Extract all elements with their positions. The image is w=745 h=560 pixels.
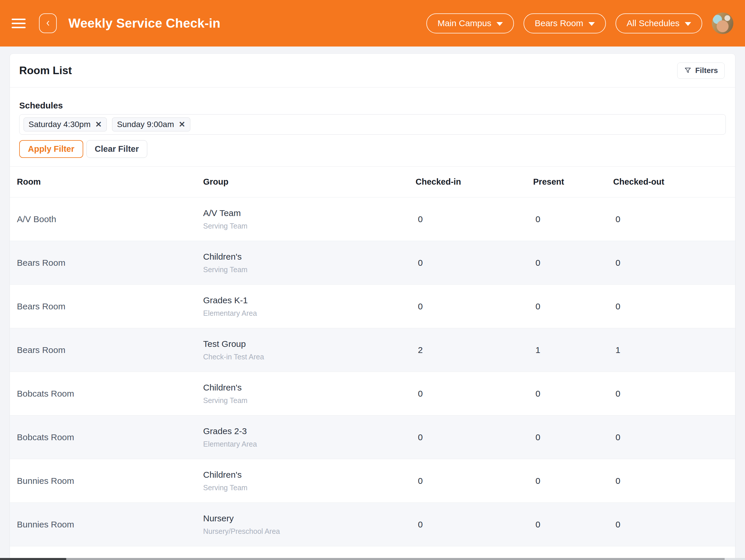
group-cell: Children's Serving Team	[203, 372, 416, 415]
group-name: Children's	[203, 470, 416, 480]
present-cell: 0	[533, 520, 613, 529]
header-actions: Main Campus Bears Room All Schedules	[426, 12, 733, 34]
table-row[interactable]: Bunnies Room Children's Serving Team 0 0…	[10, 459, 735, 503]
column-header-checked-out: Checked-out	[613, 177, 735, 187]
checked-in-cell: 0	[416, 302, 533, 311]
checked-out-cell: 0	[613, 476, 735, 486]
schedule-chip-label: Saturday 4:30pm	[29, 120, 91, 129]
checked-in-cell: 0	[416, 214, 533, 224]
scrollbar-thumb[interactable]	[0, 558, 66, 560]
horizontal-scrollbar[interactable]	[0, 558, 745, 560]
room-dropdown-label: Bears Room	[535, 18, 583, 28]
schedules-dropdown-label: All Schedules	[626, 18, 680, 28]
checked-out-cell: 0	[613, 214, 735, 224]
apply-filter-button[interactable]: Apply Filter	[19, 140, 83, 158]
room-cell: Bears Room	[17, 302, 203, 311]
group-name: Children's	[203, 383, 416, 392]
room-cell: Bunnies Room	[17, 520, 203, 529]
room-cell: Bears Room	[17, 345, 203, 355]
table-row[interactable]: Bobcats Room Grades 2-3 Elementary Area …	[10, 416, 735, 459]
page: Weekly Service Check-in Main Campus Bear…	[0, 0, 745, 560]
group-cell: Grades K-1 Elementary Area	[203, 285, 416, 328]
present-cell: 0	[533, 432, 613, 442]
table-body: A/V Booth A/V Team Serving Team 0 0 0 Be…	[10, 198, 735, 560]
checked-in-cell: 2	[416, 345, 533, 355]
table-row[interactable]: Bobcats Room Children's Serving Team 0 0…	[10, 372, 735, 416]
checked-in-cell: 0	[416, 520, 533, 529]
group-cell: Grades 2-3 Elementary Area	[203, 416, 416, 459]
checked-out-cell: 0	[613, 432, 735, 442]
app-header: Weekly Service Check-in Main Campus Bear…	[0, 0, 745, 46]
room-cell: Bunnies Room	[17, 476, 203, 486]
schedule-chip: Saturday 4:30pm✕	[24, 117, 107, 132]
remove-chip-icon[interactable]: ✕	[95, 121, 102, 129]
campus-dropdown-label: Main Campus	[438, 18, 491, 28]
remove-chip-icon[interactable]: ✕	[179, 121, 185, 129]
group-name: Grades K-1	[203, 295, 416, 305]
present-cell: 0	[533, 258, 613, 268]
campus-dropdown[interactable]: Main Campus	[426, 13, 514, 33]
checked-out-cell: 0	[613, 389, 735, 398]
room-cell: A/V Booth	[17, 214, 203, 224]
group-name: Nursery	[203, 514, 416, 523]
table-header: Room Group Checked-in Present Checked-ou…	[10, 167, 735, 198]
table-row[interactable]: Bunnies Room Nursery Nursery/Preschool A…	[10, 503, 735, 546]
checked-out-cell: 0	[613, 258, 735, 268]
table-row[interactable]: Bears Room Children's Serving Team 0 0 0	[10, 241, 735, 285]
group-area: Elementary Area	[203, 309, 416, 317]
checked-in-cell: 0	[416, 432, 533, 442]
group-name: Grades 2-3	[203, 426, 416, 436]
group-area: Elementary Area	[203, 440, 416, 448]
column-header-group: Group	[203, 177, 416, 187]
group-cell: Test Group Check-in Test Area	[203, 328, 416, 372]
schedules-dropdown[interactable]: All Schedules	[615, 13, 702, 33]
schedule-chip-label: Sunday 9:00am	[117, 120, 174, 129]
user-avatar[interactable]	[712, 12, 733, 34]
present-cell: 0	[533, 389, 613, 398]
group-name: Test Group	[203, 339, 416, 349]
room-dropdown[interactable]: Bears Room	[523, 13, 606, 33]
filter-actions: Apply Filter Clear Filter	[19, 140, 726, 158]
checked-out-cell: 1	[613, 345, 735, 355]
group-area: Nursery/Preschool Area	[203, 527, 416, 535]
filters-button-label: Filters	[695, 66, 718, 75]
group-name: Children's	[203, 252, 416, 262]
column-header-checked-in: Checked-in	[416, 177, 533, 187]
back-icon	[44, 20, 52, 27]
chevron-down-icon	[685, 22, 691, 26]
group-area: Serving Team	[203, 484, 416, 492]
room-cell: Bears Room	[17, 258, 203, 268]
group-area: Check-in Test Area	[203, 353, 416, 361]
schedule-chip: Sunday 9:00am✕	[112, 117, 190, 132]
checked-in-cell: 0	[416, 389, 533, 398]
group-area: Serving Team	[203, 396, 416, 405]
schedules-input[interactable]: Saturday 4:30pm✕Sunday 9:00am✕	[19, 114, 726, 135]
group-cell: Nursery Nursery/Preschool Area	[203, 503, 416, 546]
present-cell: 0	[533, 214, 613, 224]
menu-button[interactable]	[12, 19, 26, 28]
table-row[interactable]: A/V Booth A/V Team Serving Team 0 0 0	[10, 198, 735, 241]
group-cell: Children's Serving Team	[203, 459, 416, 502]
present-cell: 0	[533, 476, 613, 486]
filters-button[interactable]: Filters	[677, 63, 725, 79]
group-area: Serving Team	[203, 266, 416, 274]
present-cell: 0	[533, 302, 613, 311]
checked-out-cell: 0	[613, 520, 735, 529]
present-cell: 1	[533, 345, 613, 355]
room-cell: Bobcats Room	[17, 432, 203, 442]
checked-in-cell: 0	[416, 476, 533, 486]
room-list-panel: Room List Filters Schedules Saturday 4:3…	[10, 54, 735, 560]
filter-section: Schedules Saturday 4:30pm✕Sunday 9:00am✕…	[10, 88, 735, 167]
panel-header: Room List Filters	[10, 54, 735, 88]
schedules-label: Schedules	[19, 101, 726, 110]
back-button[interactable]	[39, 13, 57, 33]
table-row[interactable]: Bears Room Test Group Check-in Test Area…	[10, 328, 735, 372]
chevron-down-icon	[588, 22, 595, 26]
group-cell: A/V Team Serving Team	[203, 198, 416, 241]
clear-filter-button[interactable]: Clear Filter	[87, 140, 148, 158]
menu-icon	[12, 19, 26, 20]
filter-icon	[684, 67, 692, 74]
group-name: A/V Team	[203, 208, 416, 218]
table-row[interactable]: Bears Room Grades K-1 Elementary Area 0 …	[10, 285, 735, 328]
panel-title: Room List	[19, 65, 72, 77]
